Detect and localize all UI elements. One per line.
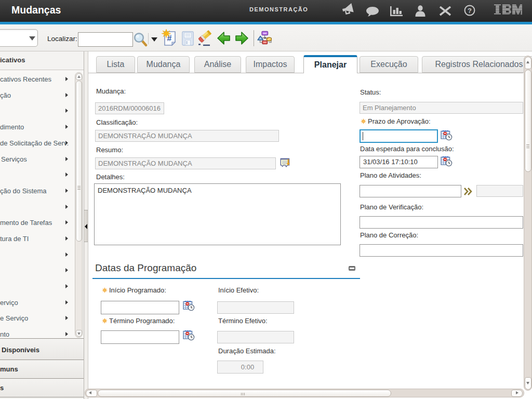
svg-text:?: ? bbox=[468, 7, 472, 15]
